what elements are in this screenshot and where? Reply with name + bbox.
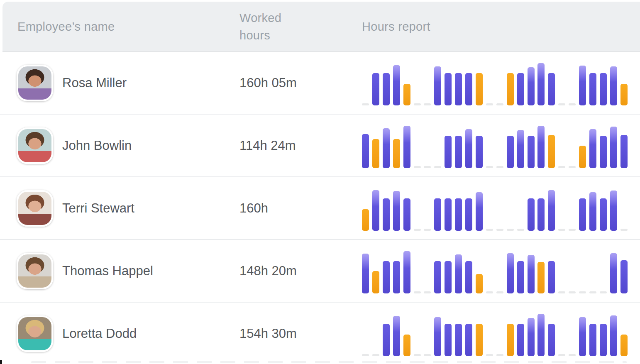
employee-table-body: Rosa Miller 160h 05m John Bowlin 114h 24… — [0, 52, 640, 364]
day-hours-bar — [517, 73, 524, 105]
day-hours-bar — [383, 324, 390, 356]
day-hours-bar — [537, 198, 545, 231]
day-hours-bar — [445, 198, 452, 231]
day-hours-bar — [372, 271, 379, 293]
day-off-dash — [486, 103, 493, 105]
day-hours-bar — [589, 129, 596, 168]
day-hours-bar — [434, 317, 441, 356]
day-hours-bar — [372, 73, 379, 105]
day-off-dash — [424, 166, 431, 168]
day-hours-bar — [372, 190, 379, 231]
employee-name: Loretta Dodd — [62, 326, 137, 341]
day-off-dash — [414, 291, 421, 293]
day-off-dash — [434, 166, 441, 168]
employee-row[interactable]: Loretta Dodd 154h 30m — [0, 303, 640, 364]
day-off-dash — [558, 229, 565, 231]
day-hours-bar — [589, 73, 596, 105]
worked-hours-value: 160h — [239, 201, 362, 216]
day-hours-bar — [600, 136, 607, 168]
day-off-dash — [496, 103, 503, 105]
employee-name-cell: Loretta Dodd — [0, 315, 239, 352]
day-hours-bar — [455, 198, 462, 231]
worked-hours-value: 154h 30m — [239, 326, 362, 341]
day-hours-bar — [403, 126, 410, 168]
day-off-dash — [414, 103, 421, 105]
day-hours-bar — [548, 135, 555, 168]
day-hours-bar — [589, 192, 596, 231]
day-hours-bar — [579, 146, 586, 168]
employee-row[interactable]: Thomas Happel 148h 20m — [0, 240, 640, 303]
employee-name-cell: Rosa Miller — [0, 65, 239, 101]
hours-report-chart — [362, 313, 628, 356]
day-hours-bar — [476, 73, 483, 105]
day-off-dash — [424, 229, 431, 231]
day-off-dash — [507, 229, 514, 231]
day-hours-bar — [610, 127, 617, 168]
day-hours-bar — [372, 139, 379, 168]
day-hours-bar — [600, 324, 607, 356]
day-off-dash — [414, 229, 421, 231]
day-hours-bar — [517, 130, 524, 168]
day-hours-bar — [537, 262, 545, 293]
day-hours-bar — [528, 318, 535, 356]
day-hours-bar — [537, 126, 545, 168]
day-hours-bar — [393, 191, 400, 231]
day-hours-bar — [362, 134, 369, 168]
day-hours-bar — [383, 198, 390, 231]
day-hours-bar — [393, 316, 400, 356]
day-off-dash — [569, 354, 576, 356]
day-off-dash — [589, 291, 596, 293]
day-off-dash — [362, 103, 369, 105]
day-hours-bar — [507, 136, 514, 168]
next-row-chart-peek — [31, 361, 627, 363]
day-hours-bar — [383, 128, 390, 168]
employee-name: Terri Stewart — [62, 201, 134, 216]
day-hours-bar — [517, 324, 524, 356]
employee-avatar — [17, 65, 53, 101]
day-hours-bar — [548, 261, 555, 293]
day-off-dash — [558, 291, 565, 293]
employee-row[interactable]: Terri Stewart 160h — [0, 177, 640, 240]
day-off-dash — [496, 291, 503, 293]
hours-report-chart — [362, 62, 628, 105]
day-hours-bar — [383, 261, 390, 293]
day-hours-bar — [465, 73, 472, 105]
hours-report-chart — [362, 188, 628, 231]
worked-hours-value: 160h 05m — [239, 76, 362, 90]
employee-avatar — [17, 315, 53, 352]
column-header-employee-name: Employee’s name — [2, 18, 239, 35]
day-hours-bar — [476, 324, 483, 356]
day-off-dash — [424, 291, 431, 293]
day-off-dash — [486, 229, 493, 231]
employee-row[interactable]: Rosa Miller 160h 05m — [0, 52, 640, 115]
day-hours-bar — [579, 317, 586, 356]
day-hours-bar — [537, 314, 545, 356]
employee-name: John Bowlin — [62, 138, 132, 153]
employee-name: Rosa Miller — [62, 76, 127, 90]
day-hours-bar — [548, 324, 555, 356]
day-hours-bar — [528, 198, 535, 231]
employee-avatar — [17, 190, 53, 227]
day-off-dash — [424, 103, 431, 105]
day-off-dash — [558, 354, 565, 356]
column-header-hours-report: Hours report — [362, 18, 640, 35]
worked-hours-value: 114h 24m — [239, 138, 362, 153]
day-hours-bar — [362, 209, 369, 231]
day-hours-bar — [589, 324, 596, 356]
day-hours-bar — [517, 261, 524, 293]
hours-report-chart — [362, 125, 628, 168]
day-hours-bar — [610, 253, 617, 293]
day-hours-bar — [455, 324, 462, 356]
day-hours-bar — [528, 67, 535, 105]
day-off-dash — [414, 166, 421, 168]
day-hours-bar — [445, 324, 452, 356]
employee-row[interactable]: John Bowlin 114h 24m — [0, 115, 640, 177]
day-hours-bar — [476, 274, 483, 293]
day-hours-bar — [620, 335, 628, 356]
day-off-dash — [414, 354, 421, 356]
day-off-dash — [517, 229, 524, 231]
day-hours-bar — [403, 251, 410, 293]
day-off-dash — [496, 229, 503, 231]
day-hours-bar — [548, 190, 555, 231]
day-hours-bar — [620, 84, 628, 105]
